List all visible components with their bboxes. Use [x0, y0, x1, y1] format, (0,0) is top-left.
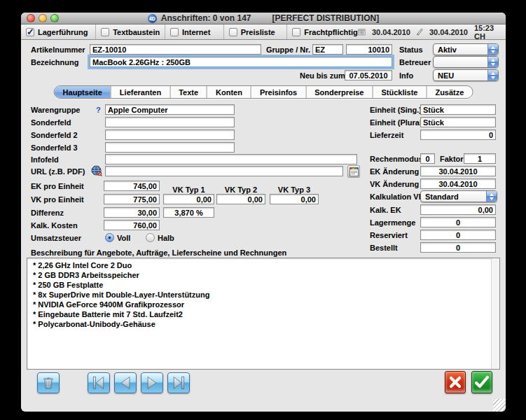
popup-stepper-icon: [487, 70, 498, 80]
gruppe-field[interactable]: EZ: [312, 44, 343, 55]
differenz-label: Differenz: [31, 209, 64, 217]
kalk-ek-field[interactable]: 0,00: [420, 204, 496, 215]
tab-sonderpreise[interactable]: Sonderpreise: [305, 86, 372, 98]
ek-aenderung-field[interactable]: 30.04.2010: [420, 166, 496, 176]
4d-logo-icon: 4D: [148, 14, 157, 23]
checkbox-icon[interactable]: [101, 28, 109, 36]
info-label: Info: [399, 71, 413, 80]
einheit-plural-field[interactable]: Stück: [420, 117, 496, 127]
lagermenge-field[interactable]: 0: [420, 217, 496, 227]
window-title-suffix: [PERFECT DISTRIBUTION]: [272, 13, 380, 23]
infofeld-field[interactable]: [105, 154, 357, 164]
url-label: URL (z.B. PDF): [31, 167, 85, 176]
bestellt-field[interactable]: 0: [420, 242, 496, 253]
last-record-icon: [170, 375, 187, 391]
checkbox-icon[interactable]: [292, 28, 300, 36]
checkbox-lagerfuehrung[interactable]: Lagerführung: [21, 24, 96, 39]
cancel-button[interactable]: [445, 371, 466, 393]
gruppe-nr-label: Gruppe / Nr.: [266, 46, 310, 54]
vk-typ1-field[interactable]: 0,00: [163, 194, 214, 204]
previous-record-button[interactable]: [114, 372, 137, 393]
browser-window-icon[interactable]: [347, 165, 360, 178]
resize-grip[interactable]: [493, 399, 506, 412]
checkbox-textbaustein[interactable]: Textbaustein: [96, 24, 165, 39]
einheit-plural-label: Einheit (Plural): [370, 118, 424, 127]
sonderfeld-field[interactable]: [105, 117, 235, 127]
lieferzeit-field[interactable]: 0: [420, 130, 496, 140]
previous-record-icon: [117, 375, 134, 391]
page-tabs: Hauptseite Lieferanten Texte Konten Prei…: [54, 85, 473, 99]
url-field[interactable]: [105, 166, 343, 176]
kalk-ek-label: Kalk. EK: [370, 206, 401, 214]
ek-pro-einheit-label: EK pro Einheit: [31, 182, 84, 190]
radio-voll-label: Voll: [117, 234, 130, 242]
differenz-prozent-field[interactable]: 3,870 %: [163, 207, 214, 218]
sonderfeld2-field[interactable]: [105, 130, 235, 140]
next-record-button[interactable]: [141, 372, 163, 393]
reserviert-field[interactable]: 0: [420, 230, 496, 240]
pencil-icon: [417, 27, 423, 36]
confirm-button[interactable]: [471, 371, 492, 393]
beschreibung-textarea[interactable]: * 2,26 GHz Intel Core 2 Duo * 2 GB DDR3 …: [27, 258, 500, 370]
tab-konten[interactable]: Konten: [207, 86, 251, 98]
rechenmodus-field[interactable]: 0: [420, 153, 435, 164]
vk-typ3-header: VK Typ 3: [270, 186, 319, 194]
vk-typ1-header: VK Typ 1: [163, 186, 214, 194]
rechenmodus-label: Rechenmodus: [370, 155, 423, 163]
modified-date: 30.04.2010: [429, 28, 468, 36]
checkbox-icon[interactable]: [229, 28, 237, 36]
checkbox-icon[interactable]: [26, 28, 34, 36]
vk-aenderung-field[interactable]: 30.04.2010: [420, 178, 496, 189]
window-title: 4D Anschriften: 0 von 147 [PERFECT DISTR…: [21, 13, 506, 23]
neu-bis-zum-field[interactable]: 07.05.2010: [345, 70, 392, 80]
confirm-check-icon: [474, 375, 490, 389]
tab-hauptseite[interactable]: Hauptseite: [55, 86, 111, 98]
checkbox-internet[interactable]: Internet: [165, 24, 224, 39]
checkbox-frachtpflichtig[interactable]: Frachtpflichtig: [287, 24, 357, 39]
info-popup[interactable]: NEU: [433, 69, 499, 81]
zoom-window-icon[interactable]: [50, 14, 59, 22]
first-record-button[interactable]: [88, 372, 110, 393]
checkbox-preisliste[interactable]: Preisliste: [224, 24, 288, 39]
popup-stepper-icon: [486, 191, 497, 202]
ek-aenderung-label: EK Änderung: [370, 167, 419, 176]
artikelnummer-field[interactable]: EZ-10010: [90, 44, 261, 55]
last-record-button[interactable]: [167, 372, 190, 393]
tab-zusaetze[interactable]: Zusätze: [426, 86, 472, 98]
beschreibung-label: Beschreibung für Angebote, Aufträge, Lie…: [31, 248, 286, 257]
status-popup[interactable]: Aktiv: [433, 43, 499, 55]
screen: 4D Anschriften: 0 von 147 [PERFECT DISTR…: [0, 0, 526, 420]
ek-pro-einheit-field[interactable]: 745,00: [104, 181, 160, 191]
warengruppe-field[interactable]: Apple Computer: [105, 104, 235, 115]
delete-record-button[interactable]: [37, 372, 60, 393]
kalk-kosten-field[interactable]: 760,00: [104, 220, 160, 230]
vk-pro-einheit-field[interactable]: 775,00: [104, 194, 160, 204]
tab-lieferanten[interactable]: Lieferanten: [111, 86, 169, 98]
einheit-sing-field[interactable]: Stück: [420, 104, 496, 115]
globe-icon[interactable]: [91, 165, 102, 177]
radio-voll[interactable]: [105, 233, 114, 242]
vk-typ2-field[interactable]: 0,00: [216, 194, 265, 204]
tab-preisinfos[interactable]: Preisinfos: [251, 86, 305, 98]
bezeichnung-field[interactable]: MacBook 2.26GHz : 250GB: [90, 57, 392, 67]
tab-stueckliste[interactable]: Stückliste: [372, 86, 426, 98]
sonderfeld3-field[interactable]: [105, 142, 235, 153]
differenz-field[interactable]: 30,00: [104, 207, 160, 218]
vk-typ3-field[interactable]: 0,00: [270, 194, 319, 204]
faktor-field[interactable]: 1: [464, 153, 496, 164]
scrollbar[interactable]: [491, 258, 499, 369]
radio-halb[interactable]: [146, 233, 155, 242]
tab-texte[interactable]: Texte: [169, 86, 207, 98]
nr-field[interactable]: 10010: [346, 44, 392, 55]
checkbox-icon[interactable]: [170, 28, 179, 36]
sonderfeld3-label: Sonderfeld 3: [31, 144, 78, 152]
close-window-icon[interactable]: [27, 14, 35, 22]
umsatzsteuer-label: Umsatzsteuer: [31, 234, 81, 242]
kalkulation-vk-popup[interactable]: Standard: [420, 190, 497, 202]
minimize-window-icon[interactable]: [39, 14, 47, 22]
reserviert-label: Reserviert: [370, 231, 408, 239]
title-bar[interactable]: 4D Anschriften: 0 von 147 [PERFECT DISTR…: [21, 13, 506, 24]
app-window: 4D Anschriften: 0 von 147 [PERFECT DISTR…: [21, 13, 506, 412]
help-icon[interactable]: ?: [96, 106, 101, 114]
betreuer-popup[interactable]: [433, 56, 499, 68]
